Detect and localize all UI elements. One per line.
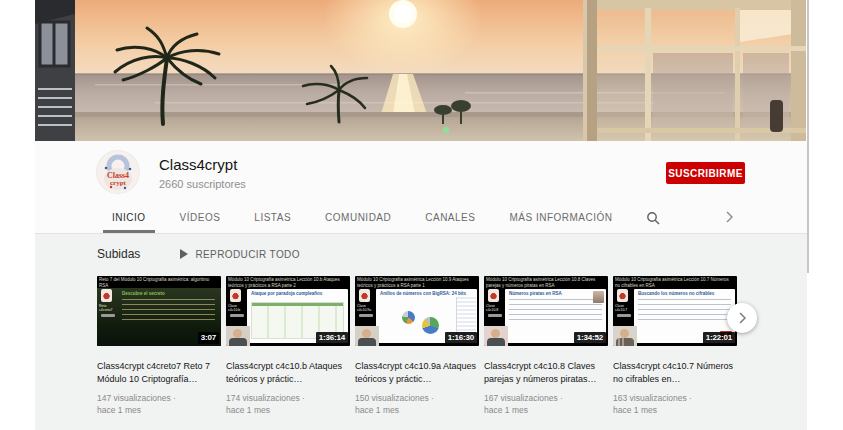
video-title[interactable]: Class4crypt c4c10.b Ataques teóricos y p… <box>226 360 354 386</box>
thumb-avatar <box>488 289 499 302</box>
pie-chart-art <box>422 317 439 334</box>
subscriber-count: 2660 suscriptores <box>159 178 246 190</box>
webcam-overlay <box>613 326 637 346</box>
video-card: Reto 7 del Módulo 10 Criptografía asimét… <box>97 276 221 416</box>
video-meta: 167 visualizaciones ·hace 1 mes <box>484 392 608 416</box>
tab-inicio[interactable]: INICIO <box>95 202 163 233</box>
video-card: Módulo 10 Criptografía asimétrica Lecció… <box>355 276 479 416</box>
thumb-date-text <box>101 314 115 317</box>
tab-videos[interactable]: VÍDEOS <box>163 202 238 233</box>
video-meta: 163 visualizaciones ·hace 1 mes <box>613 392 737 416</box>
scrollbar-thumb[interactable] <box>807 0 809 273</box>
video-thumbnail[interactable]: Módulo 10 Criptografía asimétrica Lecció… <box>613 276 737 346</box>
video-meta: 174 visualizaciones ·hace 1 mes <box>226 392 350 416</box>
webcam-overlay <box>355 326 379 346</box>
video-carousel: Reto 7 del Módulo 10 Criptografía asimét… <box>97 276 737 416</box>
webcam-overlay <box>226 326 250 346</box>
slide-text-lines <box>509 299 602 323</box>
video-card: Módulo 10 Criptografía asimétrica Lecció… <box>484 276 608 416</box>
video-title[interactable]: Class4crypt c4c10.9a Ataques teóricos y … <box>355 360 483 386</box>
subscribe-button[interactable]: SUSCRIBIRME <box>666 162 745 184</box>
slide-photo-art <box>593 291 604 303</box>
video-duration: 1:36:14 <box>316 332 348 344</box>
thumb-avatar <box>617 289 628 302</box>
video-duration: 1:22:01 <box>703 332 735 344</box>
tab-comunidad[interactable]: COMUNIDAD <box>308 202 408 233</box>
section-title-subidas[interactable]: Subidas <box>97 247 140 261</box>
thumb-date-text <box>359 314 373 317</box>
svg-text:crypt: crypt <box>110 179 127 187</box>
tab-listas[interactable]: LISTAS <box>237 202 308 233</box>
tab-bar: INICIO VÍDEOS LISTAS COMUNIDAD CANALES M… <box>35 202 807 233</box>
uploads-section: Subidas REPRODUCIR TODO Reto 7 del Módul… <box>35 233 807 430</box>
channel-name: Class4crypt <box>159 156 237 173</box>
slide-text-lines <box>638 299 731 323</box>
tab-canales[interactable]: CANALES <box>408 202 492 233</box>
video-meta: 147 visualizaciones ·hace 1 mes <box>97 392 221 416</box>
video-meta: 150 visualizaciones ·hace 1 mes <box>355 392 479 416</box>
chevron-right-icon <box>736 311 748 325</box>
video-thumbnail[interactable]: Módulo 10 Criptografía asimétrica Lecció… <box>484 276 608 346</box>
tabs-overflow-chevron-icon[interactable] <box>723 210 735 228</box>
play-icon <box>180 249 188 259</box>
thumb-avatar <box>101 289 112 302</box>
thumb-avatar <box>230 289 241 302</box>
video-title[interactable]: Class4crypt c4creto7 Reto 7 Módulo 10 Cr… <box>97 360 225 386</box>
webcam-overlay <box>484 326 508 346</box>
video-card: Módulo 10 Criptografía asimétrica Lecció… <box>226 276 350 416</box>
thumb-avatar <box>359 289 370 302</box>
channel-banner <box>35 0 806 141</box>
channel-avatar[interactable]: Class4 crypt <box>97 151 139 193</box>
tab-mas-informacion[interactable]: MÁS INFORMACIÓN <box>492 202 629 233</box>
thumb-date-text <box>488 314 502 317</box>
sunset-beach-banner-art <box>35 0 806 141</box>
carousel-next-button[interactable] <box>727 303 757 333</box>
pie-chart-art <box>402 311 415 324</box>
video-duration: 1:16:30 <box>445 332 477 344</box>
video-card: Módulo 10 Criptografía asimétrica Lecció… <box>613 276 737 416</box>
search-icon[interactable] <box>646 211 660 225</box>
video-duration: 1:34:52 <box>574 332 606 344</box>
video-thumbnail[interactable]: Módulo 10 Criptografía asimétrica Lecció… <box>355 276 479 346</box>
thumb-date-text <box>230 314 244 317</box>
channel-header: Class4 crypt Class4crypt 2660 suscriptor… <box>35 141 807 233</box>
video-title[interactable]: Class4crypt c4c10.8 Claves parejas y núm… <box>484 360 612 386</box>
video-duration: 3:07 <box>198 332 219 344</box>
youtube-channel-page: Class4 crypt Class4crypt 2660 suscriptor… <box>0 0 843 430</box>
thumb-date-text <box>617 314 631 317</box>
slide-text-lines <box>122 299 215 323</box>
video-title[interactable]: Class4crypt c4c10.7 Números no cifrables… <box>613 360 741 386</box>
video-thumbnail[interactable]: Reto 7 del Módulo 10 Criptografía asimét… <box>97 276 221 346</box>
play-all-button[interactable]: REPRODUCIR TODO <box>180 249 300 260</box>
video-thumbnail[interactable]: Módulo 10 Criptografía asimétrica Lecció… <box>226 276 350 346</box>
